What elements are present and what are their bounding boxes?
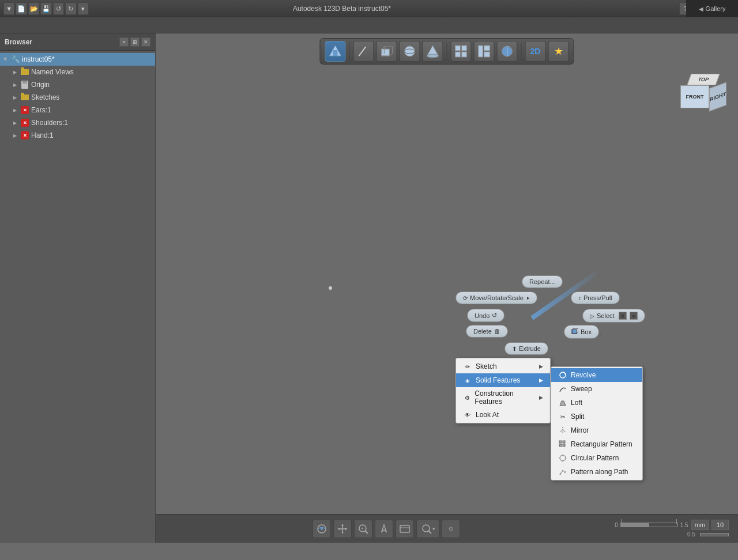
svg-line-2: [359, 47, 366, 56]
menu-item-look-at[interactable]: 👁 Look At: [456, 408, 550, 422]
submenu-item-split[interactable]: ✂ Split: [551, 410, 642, 423]
redo-btn[interactable]: ↻: [65, 2, 76, 15]
mm-unit-label[interactable]: mm: [691, 520, 709, 530]
tree-item-ears[interactable]: ▶ ✕ Ears:1: [0, 104, 155, 116]
svg-marker-45: [341, 532, 344, 533]
browser-ctrl-1[interactable]: ≡: [119, 37, 129, 47]
move-rotate-arrow: ▸: [527, 295, 530, 301]
orbit-btn[interactable]: [312, 520, 331, 538]
ribbon-btn-box[interactable]: [376, 41, 397, 62]
save-btn[interactable]: 💾: [40, 2, 51, 15]
select-extra-2[interactable]: ◈: [630, 312, 638, 320]
solid-features-submenu: Revolve Sweep Loft: [551, 366, 643, 480]
ribbon-btn-grid[interactable]: [451, 41, 472, 62]
bottom-extra-btn[interactable]: ⊙: [442, 520, 460, 538]
split-icon: ✂: [558, 412, 567, 421]
select-label: Select: [597, 312, 615, 319]
new-btn[interactable]: 📄: [16, 2, 27, 15]
gallery-label: Gallery: [706, 5, 726, 12]
select-btn[interactable]: ▷ Select ⊞ ◈: [582, 309, 645, 323]
box-btn[interactable]: Box ↗: [564, 325, 599, 339]
browser-header: Browser ≡ ⊞ ✕: [0, 33, 155, 51]
browser-ctrl-close[interactable]: ✕: [141, 37, 150, 47]
scale-bar-bottom: [700, 533, 729, 536]
extrude-btn[interactable]: ⬆ Extrude: [504, 342, 548, 355]
tree-item-hand[interactable]: ▶ ✕ Hand:1: [0, 129, 155, 142]
ribbon-btn-star[interactable]: ★: [548, 41, 569, 62]
zoom-level[interactable]: 10: [711, 520, 729, 530]
root-expand-arrow: ▶: [2, 56, 9, 63]
select-extra-1[interactable]: ⊞: [619, 312, 627, 320]
press-pull-btn[interactable]: ↕ Press/Pull: [571, 292, 620, 304]
delete-btn[interactable]: Delete 🗑: [466, 325, 508, 338]
tree-root-item[interactable]: ▶ 🔧 instruct05*: [0, 53, 155, 66]
sketches-label: Sketches: [31, 93, 59, 101]
scale-val-1-5: 1.5: [680, 522, 688, 528]
svg-rect-21: [572, 330, 577, 334]
app-menu-btn[interactable]: ▼: [3, 2, 14, 15]
cube-right-face[interactable]: RIGHT: [709, 82, 726, 112]
shoulders-arrow: ▶: [12, 119, 18, 126]
svg-point-33: [562, 455, 564, 456]
solid-features-arrow: ▶: [539, 377, 543, 383]
ribbon-btn-2d[interactable]: 2D: [525, 41, 546, 62]
tree-item-origin[interactable]: ▶ Origin: [0, 78, 155, 91]
view-area[interactable]: 2D ★ TOP FRONT RIGHT: [156, 33, 738, 543]
tree-item-named-views[interactable]: ▶ Named Views: [0, 66, 155, 78]
sketch-menu-label: Sketch: [476, 362, 497, 370]
ruler-right-tick: |: [676, 519, 677, 524]
move-rotate-scale-btn[interactable]: ⟳ Move/Rotate/Scale ▸: [455, 292, 537, 304]
construction-arrow: ▶: [539, 395, 543, 400]
submenu-item-sweep[interactable]: Sweep: [551, 382, 642, 396]
ribbon-btn-cone[interactable]: [423, 41, 443, 62]
zoom-box-btn[interactable]: +: [354, 520, 372, 538]
zoom-opts-btn[interactable]: ▾: [416, 520, 439, 538]
pan-btn[interactable]: [333, 520, 352, 538]
scale-val-0: 0: [615, 522, 618, 528]
ribbon-toolbar: 2D ★: [320, 38, 574, 65]
tree-item-sketches[interactable]: ▶ Sketches: [0, 91, 155, 104]
undo-quick-btn[interactable]: ↺: [53, 2, 64, 15]
browser-ctrl-2[interactable]: ⊞: [130, 37, 140, 47]
submenu-item-loft[interactable]: Loft: [551, 396, 642, 410]
repeat-btn[interactable]: Repeat...: [522, 275, 563, 288]
cube-top-face[interactable]: TOP: [687, 74, 720, 85]
ribbon-btn-sphere[interactable]: [400, 41, 420, 62]
browser-content: ▶ 🔧 instruct05* ▶ Named Views ▶: [0, 51, 155, 543]
walk-btn[interactable]: [375, 520, 393, 538]
view-cube[interactable]: TOP FRONT RIGHT: [680, 74, 726, 120]
move-rotate-label: Move/Rotate/Scale: [470, 294, 524, 301]
undo-icon: ↺: [492, 312, 497, 319]
undo-btn[interactable]: Undo ↺: [467, 309, 504, 322]
extrude-label: Extrude: [519, 345, 541, 352]
open-btn[interactable]: 📂: [28, 2, 39, 15]
select-icon: ▷: [590, 313, 594, 319]
svg-rect-52: [400, 525, 409, 532]
ribbon-btn-multi[interactable]: [474, 41, 495, 62]
submenu-item-path-pattern[interactable]: Pattern along Path: [551, 465, 642, 479]
submenu-item-rect-pattern[interactable]: Rectangular Pattern: [551, 437, 642, 451]
construction-features-label: Construction Features: [475, 389, 536, 406]
ruler-left-tick: |: [621, 519, 622, 524]
menu-item-sketch[interactable]: ✏ Sketch ▶: [456, 360, 550, 373]
menu-item-construction[interactable]: ⚙ Construction Features ▶: [456, 387, 550, 408]
ruler-bar: | |: [620, 523, 678, 527]
tree-item-shoulders[interactable]: ▶ ✕ Shoulders:1: [0, 116, 155, 129]
delete-label: Delete: [473, 328, 492, 335]
menu-item-solid-features[interactable]: ◈ Solid Features ▶: [456, 373, 550, 387]
submenu-item-revolve[interactable]: Revolve: [551, 368, 642, 382]
svg-line-55: [428, 531, 431, 533]
cube-front-face[interactable]: FRONT: [680, 85, 709, 108]
dropdown-arrow[interactable]: ▾: [78, 2, 89, 15]
submenu-item-mirror[interactable]: Mirror: [551, 423, 642, 437]
ribbon-btn-sketch[interactable]: [353, 41, 374, 62]
hand-arrow: ▶: [12, 132, 18, 139]
origin-label: Origin: [31, 81, 50, 89]
submenu-item-circ-pattern[interactable]: Circular Pattern: [551, 451, 642, 465]
toolbar-row: [0, 17, 738, 33]
repeat-label: Repeat...: [529, 278, 555, 285]
ribbon-btn-solid[interactable]: [497, 41, 518, 62]
view-btn[interactable]: [396, 520, 414, 538]
circ-pattern-label: Circular Pattern: [571, 454, 619, 462]
ribbon-btn-home[interactable]: [325, 41, 346, 62]
